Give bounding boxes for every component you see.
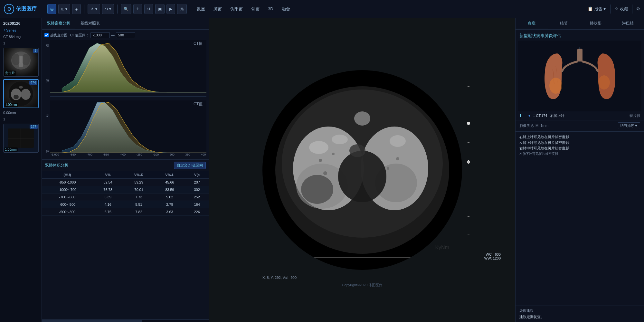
sort-button[interactable]: 结节排序▼ <box>618 122 640 129</box>
tool-refresh[interactable]: ↺ <box>144 4 153 14</box>
center-panel: 双肺密度分析 基线对照表 基线直方图 CT值区间： — <box>42 18 515 322</box>
x-label-6: -100 <box>153 153 159 156</box>
thumb-ct-label: 1.00mm <box>5 103 18 107</box>
finding-number: 1 <box>519 114 526 118</box>
range-label: CT值区间： <box>70 33 89 38</box>
right-tab-shadow[interactable]: 肺状影 <box>580 18 612 29</box>
histogram-tabs: 双肺密度分析 基线对照表 <box>42 18 209 30</box>
range-max-input[interactable] <box>116 32 135 38</box>
report-line-2: 左肺上叶可见散在斑片状密度影 <box>519 140 640 146</box>
hist-tab-density[interactable]: 双肺密度分析 <box>42 18 75 29</box>
cell-hu-0: -850~1000 <box>42 179 93 186</box>
custom-ct-btn[interactable]: 自定义CT值区间 <box>174 162 206 169</box>
tool-rotate[interactable]: ↪ ▾ <box>102 4 114 14</box>
svg-point-40 <box>332 135 348 144</box>
x-label-2: -700 <box>87 153 92 156</box>
settings-button[interactable]: ⚙ <box>636 6 640 11</box>
suggestion-section: 处理建议 建议定期复查。 <box>516 306 644 322</box>
right-panel: 炎症 结节 肺状影 淋巴结 新型冠状病毒肺炎评估 <box>515 18 644 322</box>
cell-vpctl-1: 83.59 <box>155 186 185 194</box>
cell-vc-1: 302 <box>185 186 209 194</box>
report-button[interactable]: 📋 报告▼ <box>588 6 607 12</box>
cell-vpct-0: 52.54 <box>93 179 123 186</box>
svg-point-45 <box>549 78 562 94</box>
ct-label: CT 884 mg <box>2 34 40 39</box>
tool-ai[interactable]: 元 <box>177 4 187 14</box>
ct-circle <box>262 70 462 270</box>
range-min-input[interactable] <box>90 32 110 38</box>
favorite-label: 收藏 <box>620 6 628 12</box>
gear-icon: ⚙ <box>636 6 640 11</box>
right-section-title: 新型冠状病毒肺炎评估 <box>516 30 644 41</box>
volume-table-header: 双肺体积分析 自定义CT值区间 <box>42 160 209 171</box>
tool-eye[interactable]: ◈ <box>72 4 81 14</box>
baseline-check-input[interactable] <box>44 33 49 37</box>
right-tab-nodule[interactable]: 结节 <box>548 18 580 29</box>
col-vpct-r: V%-R <box>123 171 154 179</box>
svg-point-41 <box>390 135 406 147</box>
finding-dropdown-icon[interactable]: ▼ <box>528 114 531 118</box>
cell-vpctl-4: 3.63 <box>155 208 185 216</box>
series-info-2: 0.00mm <box>2 110 40 115</box>
thumb-ct-count: 474 <box>29 80 37 85</box>
thumb-ct-active[interactable]: 1.00mm 474 <box>3 79 39 108</box>
scrollbar-h[interactable] <box>42 319 209 322</box>
ai-tab-data[interactable]: 数显 <box>194 4 208 14</box>
histogram-content: 基线直方图 CT值区间： — <box>42 30 209 159</box>
volume-table-title: 双肺体积分析 <box>45 163 68 168</box>
cell-vc-4: 226 <box>185 208 209 216</box>
hist-tab-baseline[interactable]: 基线对照表 <box>75 18 105 29</box>
svg-rect-44 <box>577 49 582 62</box>
right-tab-inflammation[interactable]: 炎症 <box>516 18 548 29</box>
ww-value: WW: 1200 <box>484 256 501 260</box>
volume-table-header-row: (HU) V% V%-R V%-L V(c <box>42 171 209 179</box>
series-info-2b: 1 <box>2 117 40 122</box>
report-line-4: 左肺下叶可见斑片状密度影 <box>519 151 640 156</box>
cell-vpct-3: 4.16 <box>93 201 123 208</box>
tool-zoom[interactable]: 🔍 <box>121 4 131 14</box>
ai-tab-3d[interactable]: 3D <box>265 4 277 14</box>
favorite-button[interactable]: ☆ 收藏 <box>615 6 628 12</box>
tool-brightness[interactable]: ☀ ▾ <box>88 4 100 14</box>
x-label-9: 400 <box>201 153 206 156</box>
toolbar-divider-2 <box>84 5 84 14</box>
baseline-checkbox[interactable]: 基线直方图 <box>44 33 68 38</box>
ai-tab-lung[interactable]: 肺窗 <box>210 4 225 14</box>
x-label-5: -250 <box>136 153 142 156</box>
histogram-controls: 基线直方图 CT值区间： — <box>44 32 206 38</box>
report-label: 报告▼ <box>594 6 607 12</box>
tool-square[interactable]: ▣ <box>155 4 165 14</box>
tool-layout[interactable]: ⊞ ▾ <box>58 4 70 14</box>
svg-point-33 <box>354 111 370 126</box>
svg-point-8 <box>19 86 23 89</box>
toolbar-divider-5 <box>611 5 611 14</box>
findings-header: 肺像所见 IM: 1mm 结节排序▼ <box>516 120 644 131</box>
ct-watermark: KyNm <box>435 245 449 251</box>
cell-vpctr-3: 5.51 <box>123 201 154 208</box>
thumb-xray[interactable]: 定位片 1 <box>3 48 39 77</box>
thumb-plain[interactable]: 1.00mm 127 <box>3 124 39 153</box>
ai-tab-fusion[interactable]: 融合 <box>279 4 293 14</box>
tool-capture[interactable]: ◎ <box>47 4 56 14</box>
toolbar-right: 📋 报告▼ ☆ 收藏 ⚙ <box>588 5 640 14</box>
col-vpct: V% <box>93 171 123 179</box>
toolbar-divider-3 <box>117 5 118 14</box>
ai-tab-bone[interactable]: 骨窗 <box>248 4 263 14</box>
ct-viewport: X: 8, Y: 292, Val: -900 WC: -600 WW: 120… <box>209 18 515 322</box>
svg-point-37 <box>396 157 399 160</box>
ct-ruler-right <box>468 86 470 234</box>
ct-copyright: Copyright©2020 体图医疗 <box>342 283 383 288</box>
tool-move[interactable]: ✛ <box>133 4 142 14</box>
cell-vpctr-2: 7.73 <box>123 194 154 201</box>
volume-table-body: -850~1000 52.54 59.29 45.66 207 -1000~-7… <box>42 179 209 216</box>
logo-icon: ʘ <box>4 4 14 14</box>
table-row: -500~-300 5.75 7.82 3.63 226 <box>42 208 209 216</box>
series-date: 20200126 <box>2 21 40 26</box>
cell-hu-3: -600~-500 <box>42 201 93 208</box>
right-tab-lymph[interactable]: 淋巴结 <box>612 18 644 29</box>
svg-point-6 <box>21 89 31 100</box>
ai-tab-false[interactable]: 伪阳窗 <box>227 4 246 14</box>
tool-play[interactable]: ▶ <box>166 4 175 14</box>
col-vpct-l: V%-L <box>155 171 185 179</box>
cell-vpctr-0: 59.29 <box>123 179 154 186</box>
